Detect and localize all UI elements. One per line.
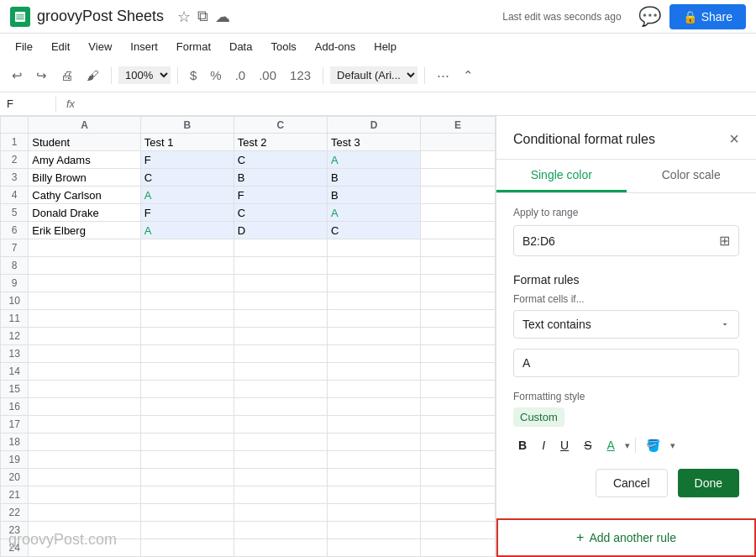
cell[interactable] xyxy=(421,151,496,169)
tab-single-color[interactable]: Single color xyxy=(496,160,627,192)
menu-data[interactable]: Data xyxy=(221,37,260,56)
cell[interactable] xyxy=(327,486,420,504)
cell[interactable] xyxy=(140,292,234,310)
menu-addons[interactable]: Add-ons xyxy=(307,37,364,56)
paint-format-button[interactable]: 🖌 xyxy=(81,65,104,86)
cell[interactable]: C xyxy=(327,222,420,239)
cell[interactable] xyxy=(421,434,496,451)
cell[interactable] xyxy=(327,434,420,451)
cell[interactable]: Student xyxy=(29,134,140,151)
cell[interactable] xyxy=(421,381,496,398)
range-input[interactable] xyxy=(522,234,719,248)
col-header-b[interactable]: B xyxy=(140,117,234,134)
cell[interactable] xyxy=(421,504,496,522)
menu-file[interactable]: File xyxy=(7,37,41,56)
cell[interactable] xyxy=(29,469,140,486)
chat-icon[interactable]: 💬 xyxy=(638,6,661,28)
cell[interactable]: C xyxy=(140,169,234,187)
share-button[interactable]: 🔒 Share xyxy=(669,4,746,29)
cell[interactable]: A xyxy=(140,187,234,204)
menu-view[interactable]: View xyxy=(80,37,120,56)
cell[interactable] xyxy=(234,257,327,275)
cell[interactable] xyxy=(140,239,234,257)
cloud-icon[interactable]: ☁ xyxy=(215,8,230,26)
cell[interactable] xyxy=(327,345,420,363)
cell[interactable] xyxy=(140,345,234,363)
redo-button[interactable]: ↪ xyxy=(31,65,52,87)
star-icon[interactable]: ☆ xyxy=(177,8,191,26)
cell[interactable]: B xyxy=(327,187,420,204)
cell[interactable] xyxy=(327,275,420,292)
cell[interactable] xyxy=(234,345,327,363)
collapse-button[interactable]: ⌃ xyxy=(458,65,479,87)
cell[interactable] xyxy=(234,310,327,328)
cell[interactable] xyxy=(327,416,420,434)
currency-button[interactable]: $ xyxy=(185,65,202,86)
cell[interactable] xyxy=(421,522,496,539)
print-button[interactable]: 🖨 xyxy=(55,65,78,86)
cell[interactable] xyxy=(234,469,327,486)
cell[interactable] xyxy=(421,416,496,434)
font-select[interactable]: Default (Ari... xyxy=(330,66,417,84)
cell[interactable] xyxy=(421,187,496,204)
cell[interactable]: Test 2 xyxy=(234,134,327,151)
cell[interactable] xyxy=(327,398,420,416)
cell[interactable] xyxy=(234,434,327,451)
cell[interactable] xyxy=(29,239,140,257)
cell[interactable] xyxy=(327,381,420,398)
menu-tools[interactable]: Tools xyxy=(262,37,304,56)
cell[interactable] xyxy=(140,434,234,451)
cell[interactable] xyxy=(421,169,496,187)
cell[interactable]: B xyxy=(327,169,420,187)
col-header-a[interactable]: A xyxy=(29,117,140,134)
menu-format[interactable]: Format xyxy=(168,37,219,56)
menu-help[interactable]: Help xyxy=(365,37,405,56)
cell[interactable] xyxy=(29,398,140,416)
strikethrough-button[interactable]: S xyxy=(579,435,596,455)
cell[interactable] xyxy=(234,416,327,434)
cell[interactable] xyxy=(327,469,420,486)
cell[interactable] xyxy=(327,239,420,257)
tab-color-scale[interactable]: Color scale xyxy=(627,160,757,192)
cell[interactable]: C xyxy=(234,151,327,169)
cell[interactable] xyxy=(29,328,140,345)
cell[interactable] xyxy=(29,504,140,522)
cell[interactable] xyxy=(234,451,327,469)
cell[interactable] xyxy=(234,239,327,257)
cell[interactable] xyxy=(234,398,327,416)
cell[interactable] xyxy=(140,381,234,398)
cell[interactable] xyxy=(29,310,140,328)
col-header-c[interactable]: C xyxy=(234,117,327,134)
cell[interactable] xyxy=(234,539,327,557)
cell[interactable] xyxy=(421,469,496,486)
add-rule-button[interactable]: + Add another rule xyxy=(496,518,756,557)
cell[interactable] xyxy=(29,451,140,469)
percent-button[interactable]: % xyxy=(205,65,226,86)
cell[interactable] xyxy=(421,328,496,345)
cell[interactable] xyxy=(29,363,140,381)
cell[interactable] xyxy=(140,310,234,328)
menu-insert[interactable]: Insert xyxy=(122,37,166,56)
cell[interactable] xyxy=(421,451,496,469)
cell[interactable]: A xyxy=(327,204,420,222)
cell[interactable] xyxy=(140,486,234,504)
cell[interactable] xyxy=(421,275,496,292)
cell[interactable] xyxy=(29,292,140,310)
cell[interactable]: F xyxy=(140,151,234,169)
cell[interactable] xyxy=(140,416,234,434)
bold-button[interactable]: B xyxy=(513,435,532,455)
cell[interactable] xyxy=(327,522,420,539)
cell[interactable]: Test 1 xyxy=(140,134,234,151)
cell[interactable] xyxy=(421,486,496,504)
cell[interactable]: Amy Adams xyxy=(29,151,140,169)
format-condition-select[interactable]: Text contains Text does not contain Text… xyxy=(513,310,739,339)
panel-close-button[interactable]: × xyxy=(729,129,739,149)
cell[interactable] xyxy=(234,363,327,381)
cell-reference[interactable]: F xyxy=(7,97,49,110)
decimal-double-zero-button[interactable]: .00 xyxy=(254,65,281,86)
number-format-button[interactable]: 123 xyxy=(285,65,316,86)
menu-edit[interactable]: Edit xyxy=(43,37,78,56)
cell[interactable] xyxy=(234,486,327,504)
cell[interactable] xyxy=(421,539,496,557)
cell[interactable] xyxy=(140,522,234,539)
